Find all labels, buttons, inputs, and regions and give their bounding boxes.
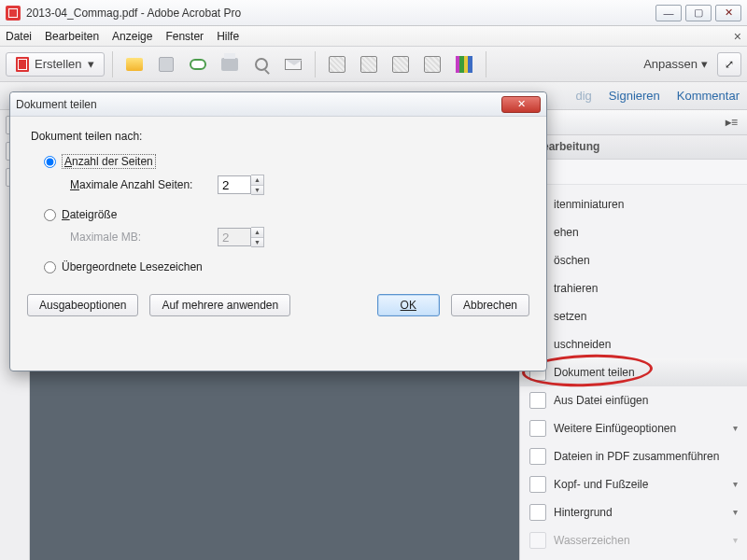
max-mb-input: [218, 228, 251, 246]
radio-anzahl-seiten[interactable]: Anzahl der Seiten: [44, 154, 526, 169]
max-mb-spinner: ▲▼: [218, 227, 264, 247]
radio-input[interactable]: [44, 156, 56, 168]
radio-dateigroesse[interactable]: Dateigröße: [44, 208, 526, 221]
spin-up: ▲: [251, 228, 263, 238]
dialog-overlay: Dokument teilen ✕ Dokument teilen nach: …: [0, 0, 747, 560]
max-pages-input[interactable]: [218, 175, 251, 194]
radio-input[interactable]: [44, 209, 56, 221]
dialog-close-button[interactable]: ✕: [501, 96, 541, 113]
dialog-heading: Dokument teilen nach:: [31, 130, 526, 143]
auf-mehrere-anwenden-button[interactable]: Auf mehrere anwenden: [149, 294, 290, 316]
max-pages-spinner[interactable]: ▲▼: [218, 175, 264, 195]
abbrechen-button[interactable]: Abbrechen: [451, 294, 529, 316]
radio-label: Übergeordnete Lesezeichen: [62, 260, 203, 273]
ausgabeoptionen-button[interactable]: Ausgabeoptionen: [27, 294, 138, 316]
spin-up[interactable]: ▲: [251, 175, 263, 186]
spin-down[interactable]: ▼: [251, 186, 263, 195]
radio-lesezeichen[interactable]: Übergeordnete Lesezeichen: [44, 260, 526, 273]
dokument-teilen-dialog: Dokument teilen ✕ Dokument teilen nach: …: [9, 91, 547, 371]
dialog-title: Dokument teilen: [16, 98, 97, 111]
dialog-titlebar[interactable]: Dokument teilen ✕: [10, 92, 546, 117]
max-mb-label: Maximale MB:: [70, 231, 210, 244]
ok-button[interactable]: OK: [377, 294, 440, 316]
max-pages-label: Maximale Anzahl Seiten:: [70, 178, 210, 191]
spin-down: ▼: [251, 238, 263, 247]
radio-input[interactable]: [44, 261, 56, 273]
